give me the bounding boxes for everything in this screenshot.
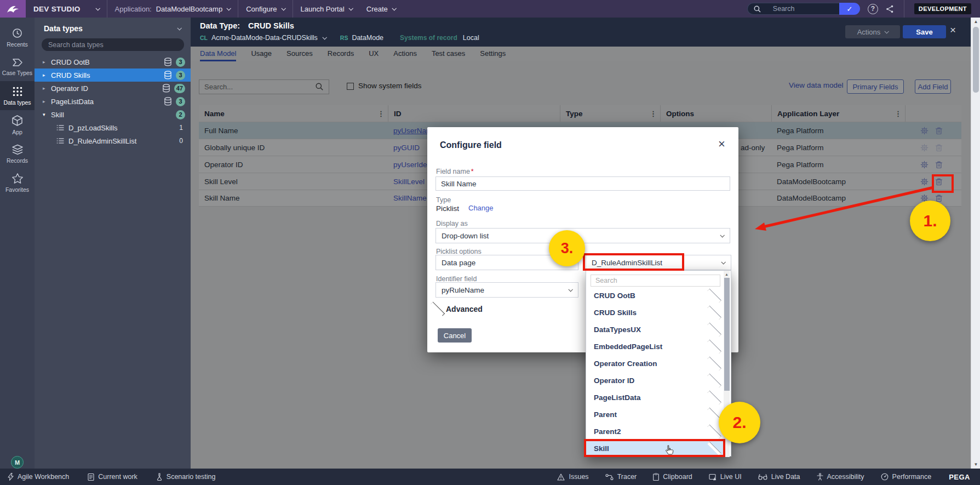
caret-collapsed-icon[interactable]: ▸ [43,85,51,91]
clipboard-button[interactable]: Clipboard [653,473,692,481]
dropdown-scrollbar-thumb[interactable] [724,278,730,391]
rail-item-recents[interactable]: Recents [0,23,35,52]
user-avatar[interactable]: M [11,456,24,469]
network-icon[interactable] [886,5,894,13]
vertical-scrollbar[interactable]: ▲ ▼ [971,18,980,469]
scroll-down-icon[interactable]: ▼ [971,460,980,469]
accessibility-button[interactable]: Accessibility [817,473,864,481]
dropdown-item-label: Operator Creation [594,360,657,368]
pega-bird-icon [6,4,20,14]
tree-child-d-pzloadskills[interactable]: D_pzLoadSkills 1 [35,121,191,134]
tree-item-operator-id[interactable]: ▸ Operator ID 47 [35,82,191,95]
status-item-label: Issues [569,473,588,481]
left-nav-rail: Recents Case Types Data types App Record… [0,18,35,469]
rail-item-data-types[interactable]: Data types [0,81,35,110]
chevron-down-icon[interactable] [322,35,326,39]
tracer-icon [605,473,614,481]
rail-item-favorites[interactable]: Favorites [0,168,35,197]
live-ui-button[interactable]: Live UI [709,473,742,481]
tree-item-pagelistdata[interactable]: ▸ PageListData 3 [35,95,191,108]
dropdown-item-crud-ootb[interactable]: CRUD OotB [586,287,724,304]
dropdown-item-datatypesux[interactable]: DataTypesUX [586,321,724,338]
dropdown-item-pagelistdata[interactable]: PageListData [586,389,724,406]
modal-close-icon[interactable]: × [718,137,725,151]
status-item-label: Agile Workbench [18,473,69,481]
rail-item-records[interactable]: Records [0,139,35,168]
scroll-up-icon[interactable]: ▲ [724,271,730,278]
chevron-right-icon [431,301,445,316]
tree-item-crud-skills[interactable]: ▸ CRUD Skills 3 [35,69,191,82]
collapse-panel-chevron-icon[interactable] [177,26,181,30]
grid-dots-icon [12,86,23,97]
cancel-button[interactable]: Cancel [438,328,472,343]
application-menu[interactable]: Application: DataModelBootcamp [115,5,231,13]
tree-item-label: Operator ID [51,84,88,93]
field-name-input[interactable] [435,176,730,191]
dropdown-item-parent2[interactable]: Parent2 [586,423,724,440]
ruleset-name: DataMode [352,34,383,42]
current-work-button[interactable]: Current work [88,473,137,481]
live-data-button[interactable]: Live Data [758,473,800,481]
caret-collapsed-icon[interactable]: ▸ [43,72,51,78]
display-as-label: Display as [436,220,468,227]
tree-item-skill[interactable]: ▾ Skill 2 [35,108,191,121]
configure-menu[interactable]: Configure [246,5,284,13]
advanced-label: Advanced [446,305,483,313]
rail-label: Case Types [2,70,32,76]
advanced-expander[interactable]: Advanced [436,300,483,317]
dropdown-search-input[interactable] [591,275,720,287]
dropdown-item-crud-skills[interactable]: CRUD Skills [586,304,724,321]
class-name: Acme-DataMode-Data-CRUDSkills [211,34,318,42]
agile-workbench-button[interactable]: Agile Workbench [8,473,69,481]
launch-portal-menu[interactable]: Launch Portal [301,5,352,13]
create-menu[interactable]: Create [366,5,396,13]
rail-label: Favorites [5,186,29,193]
class-tag: CL [200,35,208,41]
chevron-right-icon [707,339,721,353]
scrollbar-thumb[interactable] [973,27,979,93]
dropdown-item-parent[interactable]: Parent [586,406,724,423]
close-rule-icon[interactable]: × [950,24,956,36]
rail-label: Recents [7,41,28,48]
tree-item-crud-ootb[interactable]: ▸ CRUD OotB 3 [35,55,191,69]
performance-button[interactable]: Performance [881,473,932,481]
count-badge: 3 [176,58,185,67]
brand-title: DEV STUDIO [33,5,81,13]
dropdown-item-embeddedpagelist[interactable]: EmbeddedPageList [586,338,724,355]
dropdown-item-operator-creation[interactable]: Operator Creation [586,355,724,372]
change-type-link[interactable]: Change [468,204,494,212]
tree-item-label: PageListData [51,98,94,106]
issues-button[interactable]: Issues [557,473,588,481]
scroll-up-icon[interactable]: ▲ [971,18,980,26]
help-button[interactable]: ? [868,4,878,14]
tracer-button[interactable]: Tracer [605,473,637,481]
actions-button[interactable]: Actions [845,25,900,38]
database-icon [164,97,172,106]
count-badge: 3 [176,71,185,80]
chevron-down-icon [885,29,889,33]
question-icon: ? [871,5,875,13]
caret-collapsed-icon[interactable]: ▸ [43,99,51,104]
dev-studio-window: DEV STUDIO Application: DataModelBootcam… [0,0,980,485]
top-bar: DEV STUDIO Application: DataModelBootcam… [0,0,980,18]
global-search-input[interactable] [747,3,839,15]
tree-child-d-ruleadminskilllist[interactable]: D_RuleAdminSkillList 0 [35,134,191,147]
clipboard-icon [653,473,659,481]
rail-label: Records [7,157,28,164]
caret-collapsed-icon[interactable]: ▸ [43,59,51,65]
brand-menu-chevron[interactable] [96,7,99,10]
clock-icon [12,27,23,39]
cube-icon [12,115,23,127]
pega-logo[interactable] [0,0,26,18]
identifier-field-select[interactable]: pyRuleName [435,282,578,298]
search-submit-button[interactable]: ✓ [839,3,860,15]
caret-expanded-icon[interactable]: ▾ [43,112,51,117]
rail-item-app[interactable]: App [0,110,35,139]
scenario-testing-button[interactable]: Scenario testing [156,473,216,481]
search-icon [754,5,761,13]
data-types-search-input[interactable] [42,38,184,51]
dropdown-item-operator-id[interactable]: Operator ID [586,372,724,389]
glasses-icon [758,474,767,480]
save-button[interactable]: Save [903,25,946,38]
rail-item-case-types[interactable]: Case Types [0,52,35,81]
